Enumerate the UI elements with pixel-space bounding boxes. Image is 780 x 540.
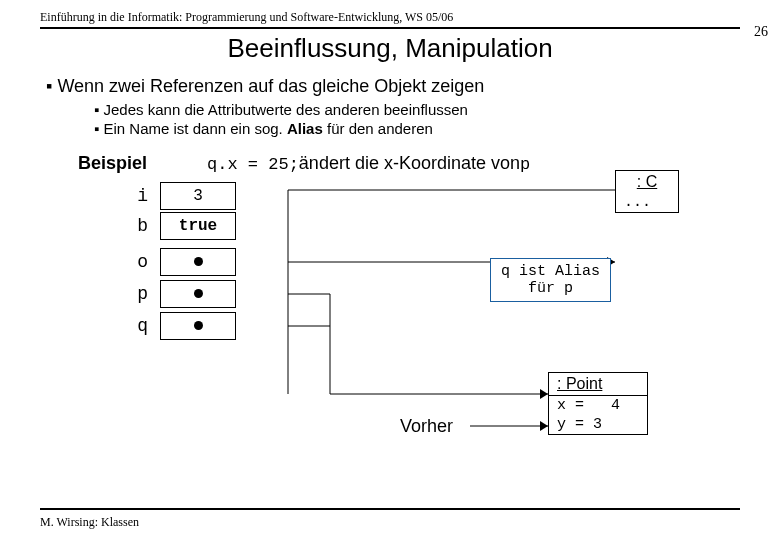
var-name: p [120,284,160,304]
vorher-label: Vorher [400,416,453,437]
var-o: o [120,248,236,276]
object-c: : C ... [615,170,679,213]
footer-text: M. Wirsing: Klassen [40,515,139,530]
var-b: b true [120,212,236,240]
alias-callout: q ist Alias für p [490,258,611,302]
callout-line: für p [501,280,600,297]
footer-rule [40,508,740,510]
object-head: : Point [549,373,647,396]
callout-line: q ist Alias [501,263,600,280]
header-rule [40,27,740,29]
example-sentence-pre: ändert die x-Koordinate von [299,153,520,174]
object-body: ... [616,193,678,212]
bullet-text-bold: Alias [287,120,323,137]
svg-marker-10 [540,421,548,431]
page-number: 26 [754,24,768,40]
example-label: Beispiel [78,153,147,174]
var-i: i 3 [120,182,236,210]
object-row: x = 4 [549,396,647,415]
bullet-level2-b: ▪ Ein Name ist dann ein sog. Alias für d… [94,120,740,139]
object-head: : C [616,171,678,193]
slide-title: Beeinflussung, Manipulation [40,33,740,64]
example-sentence-var: p [520,155,530,174]
bullet-level2-a: ▪ Jedes kann die Attributwerte des ander… [94,101,740,120]
bullet-text: Wenn zwei Referenzen auf das gleiche Obj… [57,76,484,96]
var-q: q [120,312,236,340]
var-value: 3 [160,182,236,210]
var-value: true [160,212,236,240]
var-name: o [120,252,160,272]
pointer-dot-icon [194,257,203,266]
var-name: b [120,216,160,236]
bullet-icon: ▪ [94,120,104,137]
diagram: i 3 b true o p q : C ... q ist Alias für… [120,182,740,462]
bullet-text-pre: Ein Name ist dann ein sog. [104,120,287,137]
var-value [160,312,236,340]
bullet-icon: ▪ [46,76,57,96]
svg-marker-8 [540,389,548,399]
example-code: q.x = 25; [207,155,299,174]
var-p: p [120,280,236,308]
var-name: q [120,316,160,336]
object-row: y = 3 [549,415,647,434]
pointer-dot-icon [194,321,203,330]
course-header: Einführung in die Informatik: Programmie… [40,10,740,25]
var-value [160,280,236,308]
bullet-text: Jedes kann die Attributwerte des anderen… [104,101,468,118]
bullet-icon: ▪ [94,101,104,118]
var-name: i [120,186,160,206]
var-value [160,248,236,276]
var-value-text: true [179,217,217,235]
bullet-level1: ▪ Wenn zwei Referenzen auf das gleiche O… [46,76,740,97]
pointer-dot-icon [194,289,203,298]
bullet-text-post: für den anderen [323,120,433,137]
object-point: : Point x = 4 y = 3 [548,372,648,435]
